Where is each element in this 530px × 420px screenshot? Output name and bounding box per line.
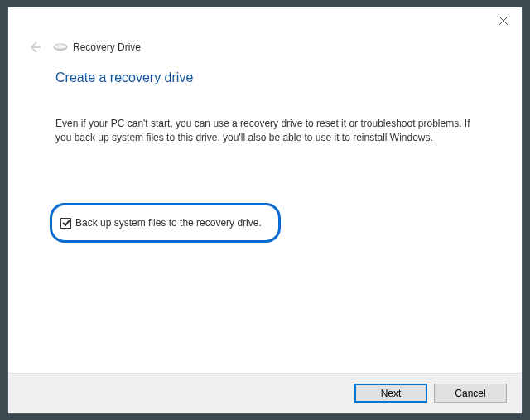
page-heading: Create a recovery drive — [55, 70, 489, 85]
backup-system-files-label[interactable]: Back up system files to the recovery dri… — [75, 217, 262, 229]
backup-system-files-checkbox[interactable] — [60, 218, 71, 229]
checkmark-icon — [62, 219, 70, 227]
recovery-drive-dialog: Recovery Drive Create a recovery drive E… — [7, 7, 523, 414]
next-button[interactable]: Next — [354, 384, 427, 403]
svg-point-4 — [54, 44, 67, 49]
header-row: Recovery Drive — [8, 7, 522, 57]
page-description: Even if your PC can't start, you can use… — [55, 117, 489, 146]
next-button-rest: ext — [388, 388, 401, 399]
cancel-button[interactable]: Cancel — [434, 384, 507, 403]
button-bar: Next Cancel — [8, 373, 522, 413]
window-title: Recovery Drive — [73, 41, 141, 53]
close-icon — [499, 17, 508, 25]
drive-icon — [53, 42, 68, 52]
back-button — [25, 37, 45, 57]
close-button[interactable] — [495, 12, 512, 29]
content-area: Create a recovery drive Even if your PC … — [8, 57, 522, 373]
back-arrow-icon — [28, 41, 41, 54]
checkbox-highlight-annotation: Back up system files to the recovery dri… — [50, 203, 281, 243]
